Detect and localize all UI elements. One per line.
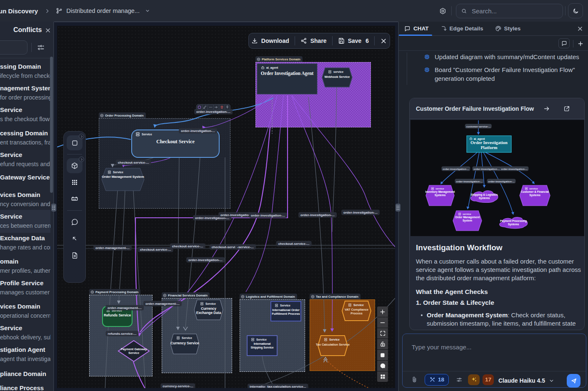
conflict-list-item[interactable]: ssing Domainifecycle from checkout — [0, 60, 50, 83]
plus-zoom-button[interactable] — [377, 306, 388, 317]
conflict-list-item[interactable]: Serviceces between currencie — [0, 210, 50, 233]
conflict-list-item[interactable]: vices Domainncy conversion and fin — [0, 188, 50, 211]
theme-toggle-button[interactable] — [568, 3, 583, 18]
sparkles-badge[interactable] — [468, 374, 480, 385]
tab-edge-details[interactable]: Edge Details — [440, 25, 483, 32]
edge-label[interactable]: checkout-service-... — [276, 241, 312, 247]
right-panel-resize-handle[interactable] — [395, 204, 400, 212]
edge-label[interactable]: order-investigation-... — [249, 213, 287, 218]
tab-styles[interactable]: Styles — [495, 25, 521, 32]
alert-count-badge[interactable]: 17 — [483, 374, 494, 385]
board-toolbar-close-button[interactable] — [375, 38, 393, 44]
edge-label[interactable]: order-investigation-... — [298, 212, 337, 218]
mini-node-order-management-system[interactable]: service Order Management System — [453, 211, 482, 231]
edge-label[interactable]: checkout-service-... — [116, 160, 151, 165]
conflicts-scrollbar[interactable] — [50, 57, 53, 193]
tab-chat[interactable]: CHAT — [404, 25, 429, 32]
conflict-list-item[interactable]: Profile Servicemanages customer infor — [0, 276, 50, 299]
grid4-zoom-button[interactable] — [377, 371, 388, 382]
conflict-list-item[interactable]: liance Process — [0, 381, 50, 391]
conflict-list-item[interactable]: vices Domainoperational concerns an — [0, 300, 50, 323]
diagram-board[interactable]: Order Processing DomainPayment Processin… — [57, 26, 395, 388]
square-tool-button[interactable] — [67, 135, 83, 150]
search-input[interactable]: Search... — [456, 4, 563, 18]
conflict-list-item[interactable]: Gateway Service — [0, 171, 50, 184]
arrowr-edge-action[interactable] — [214, 105, 219, 110]
left-panel-resize-handle[interactable] — [51, 204, 56, 212]
edge-label[interactable]: order-management-... — [143, 301, 182, 306]
node-international-shipping-service[interactable]: ServiceInternational Shipping Service — [247, 336, 277, 356]
cube-tool-button[interactable] — [67, 158, 83, 173]
conflict-list-item[interactable]: cessing Domainent transactions, fraud — [0, 127, 50, 149]
edge-label[interactable]: checkout-service-... — [138, 247, 173, 252]
edge-label[interactable]: order-management-... — [93, 245, 132, 251]
lock-zoom-button[interactable] — [377, 339, 388, 349]
fillsquare-zoom-button[interactable] — [377, 350, 388, 360]
node-international-order-fulfillment-process[interactable]: ServiceInternational Order Fulfillment P… — [271, 301, 301, 321]
breadcrumb-root[interactable]: un Discovery — [0, 7, 38, 15]
conflict-list-item[interactable]: Services the checkout flow in — [0, 103, 50, 126]
swatch-edge-action[interactable] — [197, 105, 202, 110]
conflict-list-item[interactable]: pliance Domain — [0, 367, 50, 381]
mini-node-inventory-management-systems[interactable]: service Inventory Management Systems — [426, 185, 454, 206]
node-payment-gateway-service[interactable]: Payment Gateway Service — [118, 341, 149, 361]
commentfill-zoom-button[interactable] — [377, 361, 388, 371]
conflict-list-item[interactable]: nagement Systemfor order processing, s — [0, 82, 50, 105]
fit-zoom-button[interactable] — [377, 328, 388, 339]
pen-edge-action[interactable] — [203, 105, 208, 110]
conflicts-close-icon[interactable] — [43, 26, 53, 35]
panel-close-icon[interactable] — [575, 24, 585, 33]
download-button[interactable]: Download — [246, 37, 295, 44]
mini-node-order-investigation-platform[interactable]: ai_agent Order InvestigationPlatform — [467, 136, 511, 152]
edge-label[interactable]: order-investigation-... — [186, 257, 225, 263]
node-order-management-system[interactable]: ServiceOrder Management System — [102, 168, 144, 191]
conflict-list-item[interactable]: Serviceebhook delivery, subscri — [0, 321, 50, 344]
node-vat-compliance-process[interactable]: ServiceVAT Compliance Process — [342, 301, 371, 321]
save-button[interactable]: Save6 — [333, 37, 375, 44]
expand-chevron-icon[interactable] — [79, 134, 84, 139]
message-input[interactable]: Type your message... 18 17 Claude Haiku … — [402, 334, 586, 388]
conflict-list-item[interactable]: Exchange Datahange rates and conve — [0, 232, 50, 254]
arrowul-tool-button[interactable] — [67, 231, 83, 246]
tools-badge[interactable]: 18 — [425, 374, 449, 386]
doc-tool-button[interactable] — [67, 248, 83, 263]
edge-label[interactable]: order-investigation-... — [179, 128, 217, 134]
dots-edge-action[interactable] — [208, 105, 213, 110]
grid3-tool-button[interactable] — [67, 175, 83, 190]
mini-node-payment-processing-systems[interactable]: Payment Processing Systems — [498, 216, 529, 230]
card-arrow-right-icon[interactable] — [543, 105, 550, 112]
minus-zoom-button[interactable] — [377, 317, 388, 328]
node-checkout-service[interactable]: ServiceCheckout Service — [132, 130, 219, 157]
share-button[interactable]: Share — [295, 37, 332, 44]
chat-thread-button[interactable] — [558, 38, 570, 48]
node-tax-calculation-service[interactable]: ServiceTax Calculation Service — [318, 336, 348, 356]
mini-node-customer-financial-systems[interactable]: service Customer & Financial Systems — [520, 185, 550, 206]
edge-label[interactable]: refunds-service-... — [106, 331, 139, 336]
edge-label[interactable]: order-investigation-... — [341, 210, 380, 215]
pin-edge-action[interactable] — [225, 105, 230, 110]
new-chat-button[interactable] — [575, 39, 585, 49]
settings-icon[interactable] — [439, 7, 446, 15]
conflict-list-item[interactable]: omainmer profiles, authentica — [0, 255, 50, 278]
edge-label[interactable]: order-management-... — [105, 305, 144, 311]
conflict-list-item[interactable]: Serviceefund requests and co — [0, 148, 50, 171]
send-button[interactable] — [567, 374, 580, 388]
node-currency-exchange-data[interactable]: ServiceCurrency Exchange Data — [194, 300, 223, 320]
filter-icon[interactable] — [36, 43, 45, 52]
model-selector[interactable]: Claude Haiku 4.5 — [498, 377, 554, 384]
node-order-investigation-agent[interactable]: ai_agentOrder Investigation Agent — [257, 64, 317, 94]
edge-label[interactable]: tax-calculation-service... — [265, 384, 308, 389]
chat-tool-button[interactable] — [67, 214, 83, 229]
edge-label[interactable]: currency-service-... — [160, 384, 195, 389]
card-external-link-icon[interactable] — [563, 105, 570, 112]
ruler-tool-button[interactable] — [67, 192, 83, 207]
node-webhook-service[interactable]: serviceWebhook Service — [322, 68, 352, 87]
conflict-list-item[interactable]: stigation Agentagent that investigates — [0, 343, 50, 366]
breadcrumb-board[interactable]: Distributed order manage... — [56, 7, 150, 14]
mini-node-shipping-logistics-systems[interactable]: Shipping & Logistics Systems — [469, 189, 499, 204]
expand-chevron-icon[interactable] — [79, 157, 84, 162]
edge-label[interactable]: -service-... — [235, 244, 256, 250]
node-currency-service[interactable]: ServiceCurrency Service — [170, 334, 199, 354]
chat-settings-icon[interactable] — [456, 376, 463, 383]
edge-label[interactable]: checkout-service-... — [170, 244, 205, 249]
